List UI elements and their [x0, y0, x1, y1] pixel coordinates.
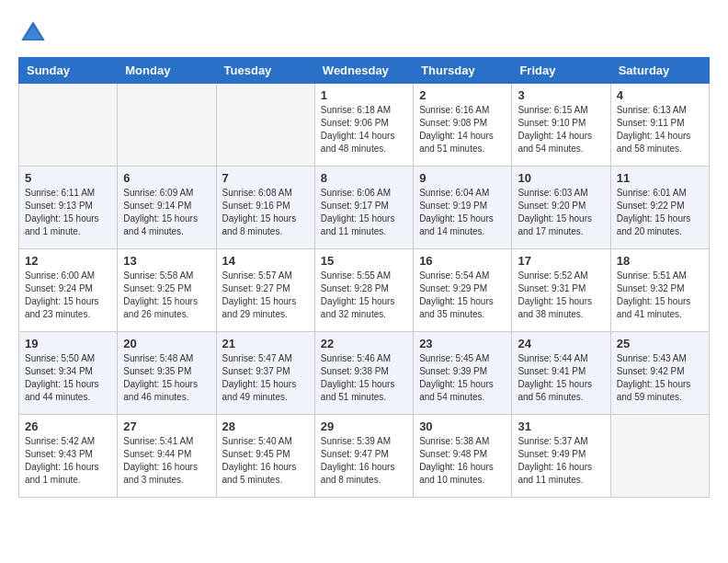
day-number: 17 [518, 254, 604, 268]
day-number: 20 [123, 337, 210, 350]
day-info: Sunrise: 6:18 AM Sunset: 9:06 PM Dayligh… [321, 104, 407, 155]
calendar-cell: 3Sunrise: 6:15 AM Sunset: 9:10 PM Daylig… [512, 84, 610, 167]
day-number: 31 [518, 419, 604, 433]
day-number: 29 [321, 419, 407, 433]
day-number: 7 [222, 171, 309, 185]
day-info: Sunrise: 5:54 AM Sunset: 9:29 PM Dayligh… [419, 270, 506, 321]
col-header-monday: Monday [118, 58, 216, 84]
calendar-cell: 7Sunrise: 6:08 AM Sunset: 9:16 PM Daylig… [216, 167, 314, 249]
day-number: 12 [25, 254, 111, 268]
day-number: 14 [222, 254, 309, 268]
calendar-cell: 11Sunrise: 6:01 AM Sunset: 9:22 PM Dayli… [610, 167, 709, 249]
day-info: Sunrise: 5:46 AM Sunset: 9:38 PM Dayligh… [321, 352, 407, 404]
day-number: 11 [617, 171, 703, 185]
day-info: Sunrise: 6:01 AM Sunset: 9:22 PM Dayligh… [617, 187, 703, 238]
col-header-tuesday: Tuesday [216, 58, 314, 84]
calendar-cell: 19Sunrise: 5:50 AM Sunset: 9:34 PM Dayli… [19, 332, 118, 415]
day-number: 23 [419, 337, 506, 350]
day-info: Sunrise: 5:58 AM Sunset: 9:25 PM Dayligh… [123, 270, 210, 321]
calendar-cell: 2Sunrise: 6:16 AM Sunset: 9:08 PM Daylig… [414, 84, 512, 167]
day-info: Sunrise: 5:50 AM Sunset: 9:34 PM Dayligh… [25, 352, 111, 404]
week-row-1: 1Sunrise: 6:18 AM Sunset: 9:06 PM Daylig… [19, 84, 710, 167]
day-number: 22 [321, 337, 407, 350]
day-info: Sunrise: 6:08 AM Sunset: 9:16 PM Dayligh… [222, 187, 309, 238]
calendar-cell [118, 84, 216, 167]
calendar-cell: 14Sunrise: 5:57 AM Sunset: 9:27 PM Dayli… [216, 249, 314, 332]
day-info: Sunrise: 5:38 AM Sunset: 9:48 PM Dayligh… [419, 435, 506, 487]
day-number: 28 [222, 419, 309, 433]
day-number: 25 [617, 337, 703, 350]
day-info: Sunrise: 5:44 AM Sunset: 9:41 PM Dayligh… [518, 352, 604, 404]
calendar-cell: 13Sunrise: 5:58 AM Sunset: 9:25 PM Dayli… [118, 249, 216, 332]
week-row-5: 26Sunrise: 5:42 AM Sunset: 9:43 PM Dayli… [19, 415, 710, 498]
day-info: Sunrise: 5:48 AM Sunset: 9:35 PM Dayligh… [123, 352, 210, 404]
day-info: Sunrise: 6:11 AM Sunset: 9:13 PM Dayligh… [25, 187, 111, 238]
day-number: 21 [222, 337, 309, 350]
calendar-cell: 31Sunrise: 5:37 AM Sunset: 9:49 PM Dayli… [512, 415, 610, 498]
calendar-cell: 23Sunrise: 5:45 AM Sunset: 9:39 PM Dayli… [414, 332, 512, 415]
day-number: 4 [617, 88, 703, 102]
calendar-cell: 5Sunrise: 6:11 AM Sunset: 9:13 PM Daylig… [19, 167, 118, 249]
calendar-cell: 12Sunrise: 6:00 AM Sunset: 9:24 PM Dayli… [19, 249, 118, 332]
calendar-cell: 30Sunrise: 5:38 AM Sunset: 9:48 PM Dayli… [414, 415, 512, 498]
day-info: Sunrise: 5:57 AM Sunset: 9:27 PM Dayligh… [222, 270, 309, 321]
calendar-cell: 18Sunrise: 5:51 AM Sunset: 9:32 PM Dayli… [610, 249, 709, 332]
day-number: 26 [25, 419, 111, 433]
calendar-cell: 8Sunrise: 6:06 AM Sunset: 9:17 PM Daylig… [314, 167, 413, 249]
week-row-2: 5Sunrise: 6:11 AM Sunset: 9:13 PM Daylig… [19, 167, 710, 249]
day-number: 18 [617, 254, 703, 268]
calendar-cell [610, 415, 709, 498]
col-header-saturday: Saturday [610, 58, 709, 84]
calendar-cell: 20Sunrise: 5:48 AM Sunset: 9:35 PM Dayli… [118, 332, 216, 415]
day-info: Sunrise: 5:37 AM Sunset: 9:49 PM Dayligh… [518, 435, 604, 487]
day-number: 30 [419, 419, 506, 433]
day-info: Sunrise: 5:47 AM Sunset: 9:37 PM Dayligh… [222, 352, 309, 404]
day-number: 8 [321, 171, 407, 185]
col-header-friday: Friday [512, 58, 610, 84]
day-number: 10 [518, 171, 604, 185]
day-info: Sunrise: 5:45 AM Sunset: 9:39 PM Dayligh… [419, 352, 506, 404]
day-number: 27 [123, 419, 210, 433]
calendar-cell: 6Sunrise: 6:09 AM Sunset: 9:14 PM Daylig… [118, 167, 216, 249]
day-info: Sunrise: 6:06 AM Sunset: 9:17 PM Dayligh… [321, 187, 407, 238]
day-info: Sunrise: 6:03 AM Sunset: 9:20 PM Dayligh… [518, 187, 604, 238]
calendar-cell: 15Sunrise: 5:55 AM Sunset: 9:28 PM Dayli… [314, 249, 413, 332]
day-number: 16 [419, 254, 506, 268]
calendar-cell [216, 84, 314, 167]
calendar-cell: 16Sunrise: 5:54 AM Sunset: 9:29 PM Dayli… [414, 249, 512, 332]
week-row-4: 19Sunrise: 5:50 AM Sunset: 9:34 PM Dayli… [19, 332, 710, 415]
day-number: 2 [419, 88, 506, 102]
calendar-cell: 26Sunrise: 5:42 AM Sunset: 9:43 PM Dayli… [19, 415, 118, 498]
calendar-cell: 27Sunrise: 5:41 AM Sunset: 9:44 PM Dayli… [118, 415, 216, 498]
day-info: Sunrise: 5:40 AM Sunset: 9:45 PM Dayligh… [222, 435, 309, 487]
day-number: 19 [25, 337, 111, 350]
col-header-thursday: Thursday [414, 58, 512, 84]
calendar-cell: 25Sunrise: 5:43 AM Sunset: 9:42 PM Dayli… [610, 332, 709, 415]
day-number: 6 [123, 171, 210, 185]
day-info: Sunrise: 5:52 AM Sunset: 9:31 PM Dayligh… [518, 270, 604, 321]
col-header-sunday: Sunday [19, 58, 118, 84]
day-number: 13 [123, 254, 210, 268]
day-number: 15 [321, 254, 407, 268]
day-number: 1 [321, 88, 407, 102]
day-number: 9 [419, 171, 506, 185]
calendar-cell: 21Sunrise: 5:47 AM Sunset: 9:37 PM Dayli… [216, 332, 314, 415]
day-number: 5 [25, 171, 111, 185]
day-info: Sunrise: 6:16 AM Sunset: 9:08 PM Dayligh… [419, 104, 506, 155]
col-header-wednesday: Wednesday [314, 58, 413, 84]
calendar-cell: 4Sunrise: 6:13 AM Sunset: 9:11 PM Daylig… [610, 84, 709, 167]
logo [18, 18, 51, 48]
day-info: Sunrise: 5:39 AM Sunset: 9:47 PM Dayligh… [321, 435, 407, 487]
logo-icon [18, 18, 48, 48]
calendar-cell [19, 84, 118, 167]
day-info: Sunrise: 6:15 AM Sunset: 9:10 PM Dayligh… [518, 104, 604, 155]
calendar-cell: 17Sunrise: 5:52 AM Sunset: 9:31 PM Dayli… [512, 249, 610, 332]
calendar-cell: 29Sunrise: 5:39 AM Sunset: 9:47 PM Dayli… [314, 415, 413, 498]
header-row: SundayMondayTuesdayWednesdayThursdayFrid… [19, 58, 710, 84]
week-row-3: 12Sunrise: 6:00 AM Sunset: 9:24 PM Dayli… [19, 249, 710, 332]
day-info: Sunrise: 6:13 AM Sunset: 9:11 PM Dayligh… [617, 104, 703, 155]
day-info: Sunrise: 5:43 AM Sunset: 9:42 PM Dayligh… [617, 352, 703, 404]
calendar-cell: 28Sunrise: 5:40 AM Sunset: 9:45 PM Dayli… [216, 415, 314, 498]
calendar-cell: 10Sunrise: 6:03 AM Sunset: 9:20 PM Dayli… [512, 167, 610, 249]
day-info: Sunrise: 6:00 AM Sunset: 9:24 PM Dayligh… [25, 270, 111, 321]
